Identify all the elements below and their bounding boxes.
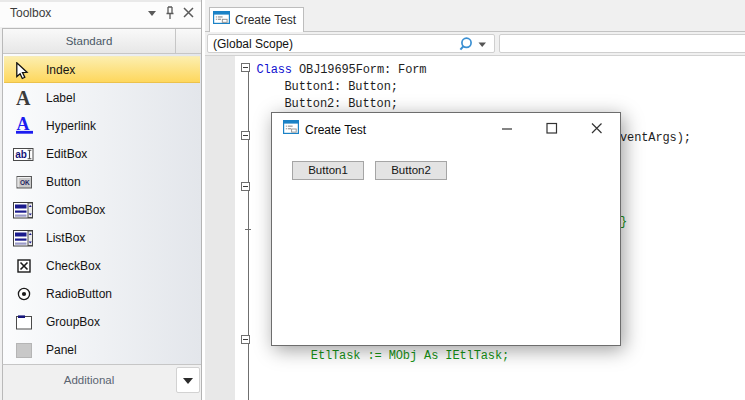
svg-text:ab: ab (15, 149, 27, 160)
svg-text:A: A (16, 89, 31, 107)
svg-text:OK: OK (20, 179, 30, 186)
